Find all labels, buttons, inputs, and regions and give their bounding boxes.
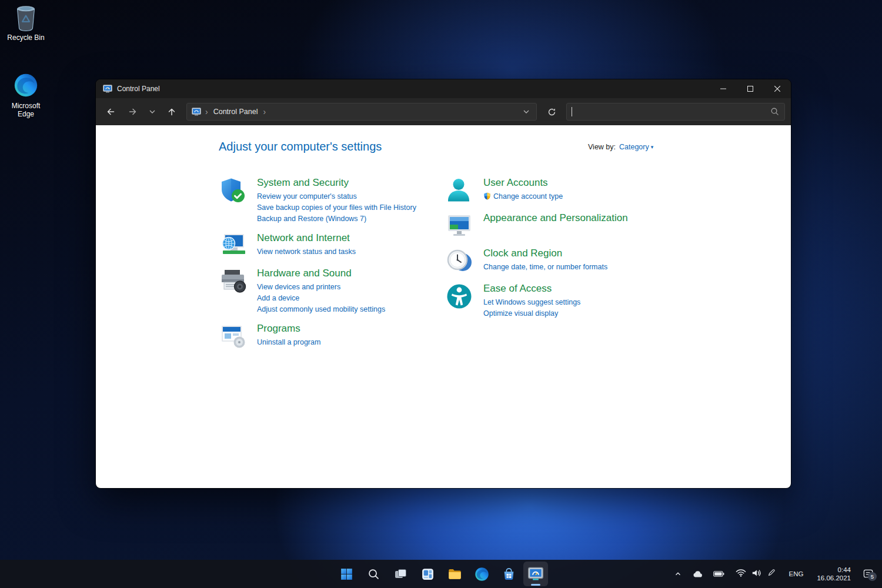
window-title: Control Panel [117, 85, 160, 93]
hidden-icons-chevron-icon[interactable] [671, 567, 684, 580]
category-system-and-security: System and Security Review your computer… [219, 176, 445, 225]
view-by: View by:Category▾ [588, 143, 653, 151]
onedrive-cloud-icon[interactable] [690, 568, 706, 580]
notification-center-button[interactable]: 5 [860, 565, 877, 583]
category-task-link[interactable]: Optimize visual display [483, 308, 580, 319]
control-panel-window: Control Panel [96, 79, 791, 488]
printer-camera-icon[interactable] [219, 267, 247, 295]
notification-count-badge: 5 [868, 572, 877, 581]
microsoft-edge-button[interactable] [469, 562, 494, 586]
category-title-link[interactable]: Network and Internet [257, 232, 350, 245]
windows-logo-icon [339, 567, 354, 582]
breadcrumb-control-panel[interactable]: Control Panel [212, 106, 259, 117]
breadcrumb-chevron-icon[interactable]: › [201, 108, 212, 116]
category-task-link[interactable]: Adjust commonly used mobility settings [257, 304, 385, 315]
microsoft-store-icon [502, 567, 516, 582]
microsoft-edge-icon [474, 566, 490, 582]
search-input[interactable] [572, 108, 770, 116]
control-panel-taskbar-button[interactable] [523, 562, 548, 586]
taskbar-search-button[interactable] [361, 562, 386, 586]
category-title-link[interactable]: Ease of Access [483, 282, 552, 295]
search-icon[interactable] [770, 107, 780, 116]
dropdown-arrow-icon: ▾ [651, 144, 654, 150]
desktop-icon-label: Recycle Bin [3, 34, 49, 42]
network-globe-monitor-icon[interactable] [219, 232, 247, 260]
user-silhouette-icon[interactable] [445, 176, 473, 205]
category-task-link[interactable]: Add a device [257, 293, 385, 304]
category-task-link[interactable]: Backup and Restore (Windows 7) [257, 213, 416, 225]
address-dropdown-button[interactable] [519, 104, 534, 119]
file-explorer-folder-icon [447, 566, 462, 582]
control-panel-icon [192, 107, 201, 116]
up-button[interactable] [162, 102, 182, 121]
category-columns: System and Security Review your computer… [219, 176, 763, 358]
search-icon [367, 567, 380, 581]
battery-icon[interactable] [711, 568, 727, 580]
category-title-link[interactable]: User Accounts [483, 176, 548, 189]
category-task-link[interactable]: Let Windows suggest settings [483, 297, 580, 308]
category-title-link[interactable]: Appearance and Personalization [483, 212, 628, 225]
task-view-button[interactable] [388, 562, 413, 586]
system-security-shield-icon[interactable] [219, 176, 247, 205]
language-indicator[interactable]: ENG [784, 567, 808, 581]
titlebar: Control Panel [96, 79, 791, 98]
minimize-button[interactable] [710, 79, 737, 98]
clock-date-button[interactable]: 0:44 16.06.2021 [813, 564, 854, 584]
personalization-monitor-icon[interactable] [445, 212, 473, 240]
category-task-link[interactable]: View devices and printers [257, 282, 385, 293]
category-column-left: System and Security Review your computer… [219, 176, 445, 358]
category-title-link[interactable]: Programs [257, 322, 300, 335]
uac-shield-icon [483, 192, 491, 200]
pen-icon [767, 569, 776, 579]
network-volume-pen-group[interactable] [732, 566, 779, 582]
address-bar[interactable]: › Control Panel › [186, 103, 537, 121]
taskbar: ENG 0:44 16.06.2021 5 [0, 560, 882, 588]
toolbar: › Control Panel › [96, 98, 791, 125]
category-task-link[interactable]: View network status and tasks [257, 246, 356, 258]
task-view-icon [393, 567, 407, 581]
category-user-accounts: User Accounts Change account t [445, 176, 763, 205]
close-button[interactable] [764, 79, 791, 98]
breadcrumb-chevron-icon[interactable]: › [259, 108, 270, 116]
widgets-icon [420, 567, 435, 582]
file-explorer-button[interactable] [442, 562, 467, 586]
view-by-label: View by: [588, 143, 616, 151]
desktop-icon-recycle-bin[interactable]: Recycle Bin [3, 4, 49, 42]
category-title-link[interactable]: System and Security [257, 176, 349, 189]
category-title-link[interactable]: Hardware and Sound [257, 267, 352, 280]
control-panel-home: Adjust your computer's settings View by:… [96, 125, 791, 488]
category-task-link-uac[interactable]: Change account type [483, 191, 563, 202]
category-task-link[interactable]: Review your computer's status [257, 191, 416, 202]
desktop-icon-microsoft-edge[interactable]: Microsoft Edge [3, 72, 49, 118]
refresh-button[interactable] [542, 102, 562, 121]
category-network-and-internet: Network and Internet View network status… [219, 232, 445, 260]
forward-button[interactable] [123, 102, 143, 121]
volume-icon [751, 569, 762, 580]
maximize-button[interactable] [737, 79, 764, 98]
category-title-link[interactable]: Clock and Region [483, 247, 562, 260]
microsoft-store-button[interactable] [496, 562, 521, 586]
recent-locations-chevron-button[interactable] [145, 102, 159, 121]
program-window-disc-icon[interactable] [219, 322, 247, 350]
ease-of-access-person-icon[interactable] [445, 282, 473, 310]
microsoft-edge-icon [12, 72, 39, 100]
desktop-icon-label: Microsoft Edge [3, 102, 49, 118]
start-button[interactable] [334, 562, 359, 586]
recycle-bin-icon [12, 4, 39, 32]
view-by-category-dropdown[interactable]: Category▾ [619, 143, 653, 151]
system-tray: ENG 0:44 16.06.2021 5 [671, 560, 877, 588]
category-appearance-and-personalization: Appearance and Personalization [445, 212, 763, 240]
widgets-button[interactable] [415, 562, 440, 586]
category-task-link[interactable]: Uninstall a program [257, 337, 320, 348]
category-programs: Programs Uninstall a program [219, 322, 445, 350]
back-button[interactable] [101, 102, 121, 121]
category-task-link[interactable]: Change date, time, or number formats [483, 262, 607, 273]
wifi-icon [736, 569, 746, 579]
clock-icon[interactable] [445, 247, 473, 275]
caption-buttons [710, 79, 791, 98]
category-column-right: User Accounts Change account t [445, 176, 763, 358]
tray-date: 16.06.2021 [817, 574, 851, 582]
category-task-link[interactable]: Save backup copies of your files with Fi… [257, 202, 416, 213]
page-title: Adjust your computer's settings [219, 140, 382, 153]
search-box[interactable] [566, 103, 785, 121]
